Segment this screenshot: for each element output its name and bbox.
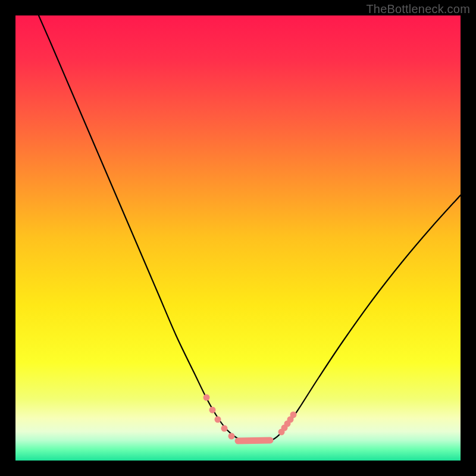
- curve-marker-dot: [209, 407, 216, 414]
- curve-markers: [203, 394, 297, 441]
- curve-marker-dot: [290, 412, 297, 418]
- attribution-label: TheBottleneck.com: [366, 2, 470, 16]
- curve-marker-dot: [203, 394, 210, 401]
- bottleneck-curve-layer: [15, 15, 461, 461]
- curve-marker-dot: [228, 433, 235, 440]
- bottleneck-curve: [39, 15, 461, 443]
- curve-marker-dot: [221, 425, 228, 432]
- curve-marker-dot: [215, 416, 221, 423]
- curve-marker-segment: [238, 440, 270, 441]
- plot-frame: [15, 15, 461, 461]
